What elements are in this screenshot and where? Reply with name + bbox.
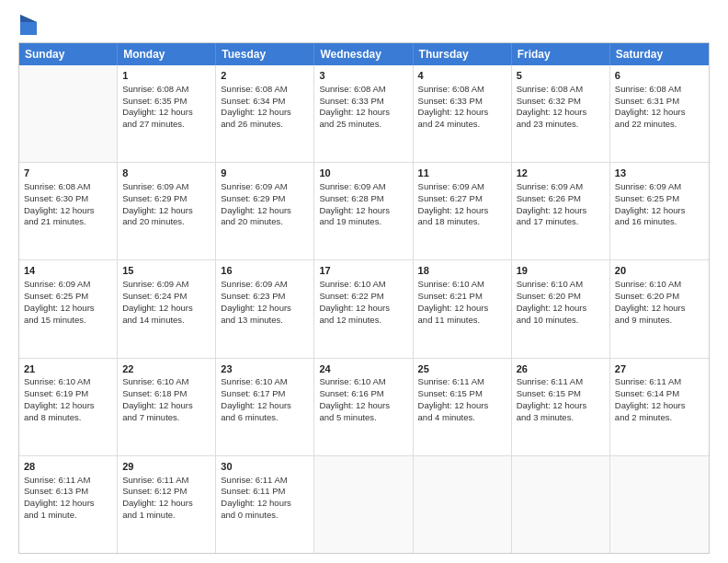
day-number: 19 bbox=[517, 264, 605, 278]
day-info-line: Sunrise: 6:11 AM bbox=[418, 376, 506, 388]
day-info-line: Daylight: 12 hours bbox=[319, 205, 407, 217]
day-info-line: and 14 minutes. bbox=[122, 315, 210, 327]
day-info-line: Sunrise: 6:08 AM bbox=[418, 84, 506, 96]
day-number: 28 bbox=[24, 460, 112, 474]
day-info-line: and 23 minutes. bbox=[517, 119, 605, 131]
day-info-line: Sunrise: 6:09 AM bbox=[122, 279, 210, 291]
page-header bbox=[18, 15, 710, 35]
day-info-line: Daylight: 12 hours bbox=[615, 205, 704, 217]
day-number: 30 bbox=[221, 460, 309, 474]
day-info-line: Sunrise: 6:11 AM bbox=[517, 376, 605, 388]
day-info-line: and 11 minutes. bbox=[418, 315, 506, 327]
calendar-header: SundayMondayTuesdayWednesdayThursdayFrid… bbox=[19, 43, 709, 65]
logo-icon bbox=[20, 15, 37, 35]
cal-cell: 23Sunrise: 6:10 AMSunset: 6:17 PMDayligh… bbox=[216, 359, 314, 455]
day-info-line: and 27 minutes. bbox=[122, 119, 210, 131]
day-number: 14 bbox=[24, 264, 112, 278]
logo bbox=[18, 15, 37, 35]
day-info-line: Sunrise: 6:10 AM bbox=[319, 376, 407, 388]
week-row-3: 21Sunrise: 6:10 AMSunset: 6:19 PMDayligh… bbox=[19, 359, 709, 456]
week-row-0: 1Sunrise: 6:08 AMSunset: 6:35 PMDaylight… bbox=[19, 65, 709, 163]
cal-cell bbox=[512, 456, 610, 553]
day-info-line: and 1 minute. bbox=[122, 510, 210, 522]
day-header-friday: Friday bbox=[512, 43, 610, 65]
day-header-thursday: Thursday bbox=[414, 43, 512, 65]
day-info-line: Daylight: 12 hours bbox=[615, 400, 704, 412]
day-info-line: Sunset: 6:34 PM bbox=[221, 96, 309, 108]
day-info-line: Sunrise: 6:08 AM bbox=[221, 84, 309, 96]
day-number: 12 bbox=[517, 167, 605, 180]
cal-cell: 26Sunrise: 6:11 AMSunset: 6:15 PMDayligh… bbox=[512, 359, 610, 455]
day-info-line: Sunset: 6:16 PM bbox=[319, 388, 407, 400]
day-header-wednesday: Wednesday bbox=[314, 43, 413, 65]
day-info-line: Sunrise: 6:10 AM bbox=[517, 279, 605, 291]
day-info-line: Sunrise: 6:09 AM bbox=[24, 279, 112, 291]
day-info-line: Sunrise: 6:08 AM bbox=[122, 84, 210, 96]
day-info-line: Sunset: 6:22 PM bbox=[319, 291, 407, 303]
cal-cell: 27Sunrise: 6:11 AMSunset: 6:14 PMDayligh… bbox=[610, 359, 709, 455]
day-info-line: Sunrise: 6:10 AM bbox=[221, 376, 309, 388]
day-header-sunday: Sunday bbox=[19, 43, 118, 65]
day-info-line: Sunrise: 6:09 AM bbox=[221, 279, 309, 291]
day-number: 3 bbox=[319, 69, 407, 83]
day-info-line: Sunrise: 6:09 AM bbox=[418, 181, 506, 193]
day-info-line: Daylight: 12 hours bbox=[517, 303, 605, 315]
day-info-line: Daylight: 12 hours bbox=[221, 107, 309, 119]
day-info-line: Sunset: 6:26 PM bbox=[517, 193, 605, 205]
cal-cell: 30Sunrise: 6:11 AMSunset: 6:11 PMDayligh… bbox=[216, 456, 314, 553]
day-info-line: and 2 minutes. bbox=[615, 412, 704, 424]
day-info-line: Sunrise: 6:08 AM bbox=[319, 84, 407, 96]
day-info-line: Daylight: 12 hours bbox=[418, 303, 506, 315]
day-header-saturday: Saturday bbox=[610, 43, 709, 65]
cal-cell: 25Sunrise: 6:11 AMSunset: 6:15 PMDayligh… bbox=[414, 359, 512, 455]
day-info-line: Sunset: 6:35 PM bbox=[122, 96, 210, 108]
day-info-line: Sunset: 6:15 PM bbox=[418, 388, 506, 400]
day-info-line: Daylight: 12 hours bbox=[24, 205, 112, 217]
cal-cell bbox=[19, 65, 118, 162]
svg-marker-1 bbox=[20, 15, 37, 22]
day-info-line: and 8 minutes. bbox=[24, 412, 112, 424]
day-info-line: Daylight: 12 hours bbox=[122, 400, 210, 412]
cal-cell: 10Sunrise: 6:09 AMSunset: 6:28 PMDayligh… bbox=[314, 163, 413, 259]
day-info-line: Sunset: 6:30 PM bbox=[24, 193, 112, 205]
cal-cell: 4Sunrise: 6:08 AMSunset: 6:33 PMDaylight… bbox=[414, 65, 512, 162]
day-info-line: and 24 minutes. bbox=[418, 119, 506, 131]
cal-cell: 8Sunrise: 6:09 AMSunset: 6:29 PMDaylight… bbox=[118, 163, 216, 259]
day-info-line: Daylight: 12 hours bbox=[319, 400, 407, 412]
day-info-line: Daylight: 12 hours bbox=[122, 498, 210, 510]
day-number: 24 bbox=[319, 362, 407, 376]
day-info-line: Sunrise: 6:09 AM bbox=[517, 181, 605, 193]
day-number: 21 bbox=[24, 362, 112, 376]
day-info-line: and 22 minutes. bbox=[615, 119, 704, 131]
day-info-line: Sunset: 6:29 PM bbox=[221, 193, 309, 205]
day-number: 5 bbox=[517, 69, 605, 83]
day-info-line: Sunrise: 6:08 AM bbox=[24, 181, 112, 193]
day-info-line: Sunset: 6:27 PM bbox=[418, 193, 506, 205]
day-info-line: Sunrise: 6:09 AM bbox=[122, 181, 210, 193]
cal-cell: 28Sunrise: 6:11 AMSunset: 6:13 PMDayligh… bbox=[19, 456, 118, 553]
day-number: 18 bbox=[418, 264, 506, 278]
cal-cell: 20Sunrise: 6:10 AMSunset: 6:20 PMDayligh… bbox=[610, 260, 709, 357]
day-info-line: Daylight: 12 hours bbox=[615, 303, 704, 315]
cal-cell: 9Sunrise: 6:09 AMSunset: 6:29 PMDaylight… bbox=[216, 163, 314, 259]
day-info-line: Daylight: 12 hours bbox=[418, 400, 506, 412]
day-info-line: Sunrise: 6:11 AM bbox=[221, 475, 309, 487]
day-info-line: and 17 minutes. bbox=[517, 216, 605, 228]
cal-cell: 15Sunrise: 6:09 AMSunset: 6:24 PMDayligh… bbox=[118, 260, 216, 357]
cal-cell: 3Sunrise: 6:08 AMSunset: 6:33 PMDaylight… bbox=[314, 65, 413, 162]
day-info-line: Daylight: 12 hours bbox=[122, 205, 210, 217]
day-info-line: Daylight: 12 hours bbox=[319, 107, 407, 119]
day-info-line: and 16 minutes. bbox=[615, 216, 704, 228]
day-info-line: Daylight: 12 hours bbox=[24, 498, 112, 510]
day-info-line: Sunset: 6:25 PM bbox=[615, 193, 704, 205]
day-info-line: Sunset: 6:24 PM bbox=[122, 291, 210, 303]
day-info-line: Sunset: 6:18 PM bbox=[122, 388, 210, 400]
day-info-line: Sunrise: 6:10 AM bbox=[24, 376, 112, 388]
day-number: 17 bbox=[319, 264, 407, 278]
day-info-line: and 12 minutes. bbox=[319, 315, 407, 327]
day-info-line: Sunset: 6:17 PM bbox=[221, 388, 309, 400]
cal-cell: 19Sunrise: 6:10 AMSunset: 6:20 PMDayligh… bbox=[512, 260, 610, 357]
calendar-body: 1Sunrise: 6:08 AMSunset: 6:35 PMDaylight… bbox=[19, 65, 709, 553]
day-info-line: and 4 minutes. bbox=[418, 412, 506, 424]
cal-cell bbox=[414, 456, 512, 553]
